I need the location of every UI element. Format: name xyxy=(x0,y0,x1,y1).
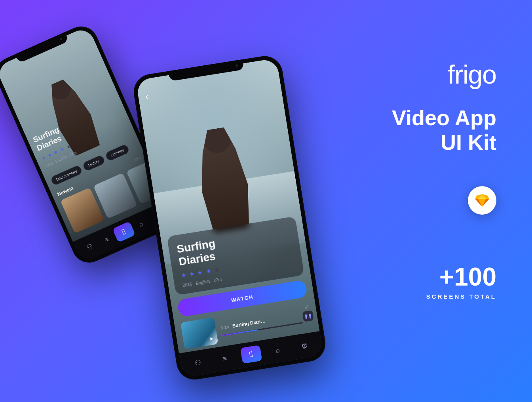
stat-block: +100 SCREENS TOTAL xyxy=(330,262,496,300)
sketch-badge xyxy=(468,186,496,215)
expand-icon[interactable]: ⤢ xyxy=(304,303,310,310)
pause-button[interactable]: ❚❚ xyxy=(302,310,314,322)
list-icon: ≡ xyxy=(222,354,228,363)
search-icon: ⌕ xyxy=(138,220,145,229)
phone-icon xyxy=(247,350,255,359)
gear-icon: ⚙ xyxy=(300,341,308,351)
headline: Video App UI Kit xyxy=(330,105,496,154)
pause-icon: ❚❚ xyxy=(304,313,312,320)
watch-label: WATCH xyxy=(231,294,254,303)
headline-line1: Video App xyxy=(330,105,496,130)
marketing-panel: frigo Video App UI Kit +100 SCREENS TOTA… xyxy=(330,59,496,300)
phone-mockup-detail: ‹ Surfing Diaries ★ ★ ★ ★ ★ 2016 · Engli… xyxy=(131,53,328,382)
screen-detail: ‹ Surfing Diaries ★ ★ ★ ★ ★ 2016 · Engli… xyxy=(136,58,323,378)
sketch-icon xyxy=(475,194,489,207)
tab-search[interactable]: ⌕ xyxy=(267,341,289,359)
search-icon: ⌕ xyxy=(275,346,281,354)
tab-list[interactable]: ≡ xyxy=(214,349,236,368)
user-icon: ⚇ xyxy=(194,358,202,368)
now-playing-thumb[interactable] xyxy=(180,317,218,349)
headline-line2: UI Kit xyxy=(330,130,496,154)
now-playing-title: Surfing Diari… xyxy=(232,318,266,329)
list-icon: ≡ xyxy=(103,235,110,244)
promo-canvas: frigo Video App UI Kit +100 SCREENS TOTA… xyxy=(0,0,532,402)
tab-home[interactable] xyxy=(240,345,262,364)
phone-icon xyxy=(120,227,129,237)
user-icon: ⚇ xyxy=(85,242,94,252)
tab-profile[interactable]: ⚇ xyxy=(187,353,209,372)
tab-settings[interactable]: ⚙ xyxy=(293,337,315,355)
brand-logo: frigo xyxy=(330,59,496,90)
playback-time: 9:14 xyxy=(220,324,229,330)
stat-label: SCREENS TOTAL xyxy=(330,293,496,300)
stat-number: +100 xyxy=(330,262,496,291)
